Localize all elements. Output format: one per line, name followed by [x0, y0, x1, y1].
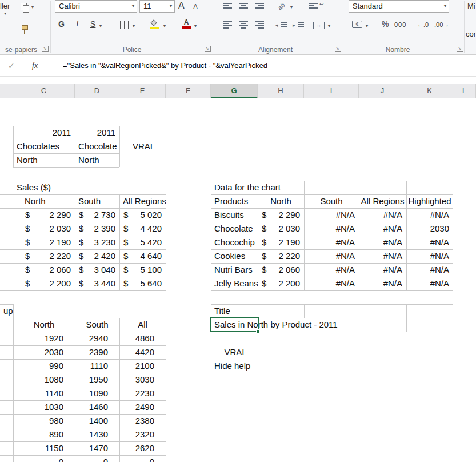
cell-D3[interactable]: Chocolate — [75, 140, 119, 153]
cell-C25[interactable]: 1150 — [13, 441, 75, 455]
cell-G19[interactable]: Hide help — [211, 359, 258, 373]
cell-D16[interactable]: South — [75, 318, 119, 332]
column-header-D[interactable]: D — [75, 84, 119, 98]
cell-I9[interactable]: #N/A — [304, 222, 359, 236]
cell-D8[interactable]: $2 730 — [75, 208, 119, 222]
column-header-K[interactable]: K — [406, 84, 453, 98]
cell-C17[interactable]: 1920 — [13, 332, 75, 345]
paste-button-partial[interactable]: ller — [0, 2, 10, 10]
cell-I13[interactable]: #N/A — [304, 277, 359, 290]
cell-E11[interactable]: $4 640 — [119, 249, 166, 263]
clipboard-dialog-launcher[interactable]: ↘ — [42, 46, 49, 52]
column-header-L[interactable]: L — [453, 84, 476, 98]
cell-K7[interactable]: Highlighted — [406, 194, 453, 208]
cell-C8[interactable]: $2 290 — [13, 208, 75, 222]
cell-C3[interactable]: Chocolates — [13, 140, 75, 153]
cell-D21[interactable]: 1090 — [75, 387, 119, 400]
fill-color-caret-icon[interactable]: ▾ — [163, 24, 166, 29]
cell-E20[interactable]: 3030 — [119, 373, 166, 387]
paste-caret-icon[interactable]: ▾ — [4, 11, 6, 16]
merge-caret-icon[interactable]: ▾ — [328, 24, 330, 29]
fill-color-icon[interactable] — [150, 19, 159, 29]
cell-D18[interactable]: 2390 — [75, 345, 119, 359]
cell-J13[interactable]: #N/A — [359, 277, 406, 290]
cell-D20[interactable]: 1950 — [75, 373, 119, 387]
decrease-decimal-button[interactable]: .00→ — [434, 21, 449, 28]
cell-D24[interactable]: 1430 — [75, 428, 119, 441]
cell-K12[interactable]: #N/A — [406, 263, 453, 277]
column-header-G[interactable]: G — [211, 84, 258, 98]
cell-E13[interactable]: $5 640 — [119, 277, 166, 290]
cell-C7[interactable]: North — [13, 194, 75, 208]
cell-C23[interactable]: 980 — [13, 414, 75, 428]
cell-C21[interactable]: 1140 — [13, 387, 75, 400]
cell-H8[interactable]: $2 290 — [258, 208, 304, 222]
cell-E9[interactable]: $4 420 — [119, 222, 166, 236]
align-top-icon[interactable] — [223, 3, 232, 10]
font-color-icon[interactable]: A — [182, 19, 191, 29]
decrease-indent-icon[interactable]: ◂ — [275, 22, 278, 28]
increase-decimal-button[interactable]: ←.0 — [417, 21, 429, 28]
cell-C19[interactable]: 990 — [13, 359, 75, 373]
cell-I11[interactable]: #N/A — [304, 249, 359, 263]
cell-C18[interactable]: 2030 — [13, 345, 75, 359]
cell-E22[interactable]: 2490 — [119, 400, 166, 414]
align-bottom-icon[interactable] — [255, 3, 264, 10]
cell-E18[interactable]: 4420 — [119, 345, 166, 359]
cell-G18[interactable]: VRAI — [211, 345, 258, 359]
cell-C2[interactable]: 2011 — [13, 126, 75, 140]
borders-icon[interactable] — [120, 21, 129, 29]
cell-C6[interactable]: Sales ($) — [13, 181, 75, 194]
cell-I8[interactable]: #N/A — [304, 208, 359, 222]
cell-K8[interactable]: #N/A — [406, 208, 453, 222]
cell-C11[interactable]: $2 220 — [13, 249, 75, 263]
cell-C16[interactable]: North — [13, 318, 75, 332]
align-right-icon[interactable] — [255, 21, 264, 30]
cell-C22[interactable]: 1030 — [13, 400, 75, 414]
number-format-combo[interactable]: Standard ▾ — [349, 0, 449, 13]
cell-D10[interactable]: $3 230 — [75, 236, 119, 249]
align-left-icon[interactable] — [223, 21, 232, 30]
cell-G15[interactable]: Title — [211, 304, 258, 318]
cell-J11[interactable]: #N/A — [359, 249, 406, 263]
cell-H7[interactable]: North — [258, 194, 304, 208]
cell-H9[interactable]: $2 030 — [258, 222, 304, 236]
cell-J8[interactable]: #N/A — [359, 208, 406, 222]
cell-D7[interactable]: South — [75, 194, 119, 208]
borders-caret-icon[interactable]: ▾ — [133, 24, 135, 29]
enter-check-icon[interactable]: ✓ — [8, 55, 15, 77]
cell-D12[interactable]: $3 040 — [75, 263, 119, 277]
cell-D23[interactable]: 1400 — [75, 414, 119, 428]
font-dialog-launcher[interactable]: ↘ — [205, 46, 211, 52]
cell-D9[interactable]: $2 390 — [75, 222, 119, 236]
insert-function-icon[interactable]: fx — [32, 55, 38, 77]
increase-indent-icon[interactable]: ▸ — [293, 22, 295, 28]
copy-icon[interactable] — [21, 3, 29, 12]
accounting-caret-icon[interactable]: ▾ — [366, 24, 368, 29]
cell-C24[interactable]: 890 — [13, 428, 75, 441]
formula-input[interactable]: ="Sales in "&valRegionPicked&" by Produc… — [63, 55, 267, 77]
cell-E12[interactable]: $5 100 — [119, 263, 166, 277]
cell-K10[interactable]: #N/A — [406, 236, 453, 249]
column-header-C[interactable]: C — [13, 84, 75, 98]
underline-button[interactable]: S — [90, 19, 95, 29]
cell-C10[interactable]: $2 190 — [13, 236, 75, 249]
cell-G6[interactable]: Data for the chart — [211, 181, 258, 194]
cell-D25[interactable]: 1470 — [75, 441, 119, 455]
cell-G13[interactable]: Jelly Beans — [211, 277, 258, 290]
cell-I12[interactable]: #N/A — [304, 263, 359, 277]
cell-D26[interactable]: 0 — [75, 455, 119, 462]
fill-handle[interactable] — [256, 329, 260, 333]
column-header-H[interactable]: H — [258, 84, 304, 98]
cell-G10[interactable]: Chocochip — [211, 236, 258, 249]
cell-H12[interactable]: $2 060 — [258, 263, 304, 277]
cell-C20[interactable]: 1080 — [13, 373, 75, 387]
cell-E21[interactable]: 2230 — [119, 387, 166, 400]
cell-E10[interactable]: $5 420 — [119, 236, 166, 249]
cell-J9[interactable]: #N/A — [359, 222, 406, 236]
cell-C13[interactable]: $2 200 — [13, 277, 75, 290]
italic-button[interactable]: I — [76, 19, 79, 29]
cell-C9[interactable]: $2 030 — [13, 222, 75, 236]
font-name-combo[interactable]: Calibri ▾ — [55, 0, 137, 13]
cell-D13[interactable]: $3 440 — [75, 277, 119, 290]
